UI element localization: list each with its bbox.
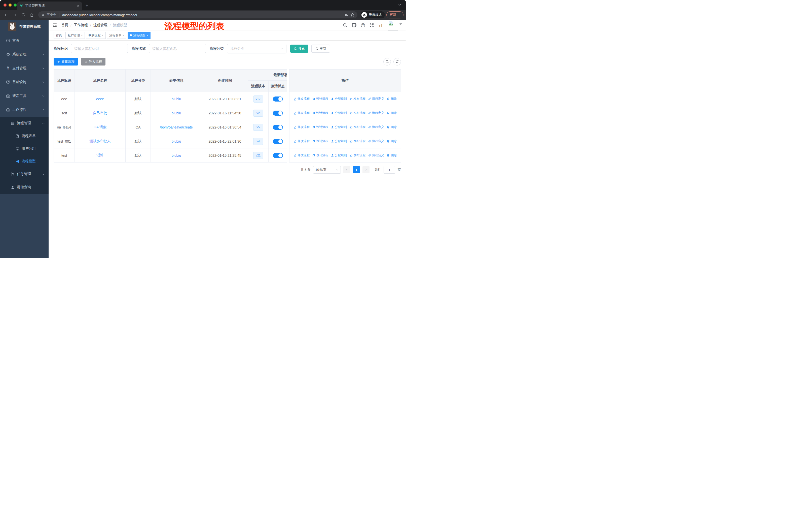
hamburger-icon[interactable] bbox=[53, 23, 57, 27]
tag-close-icon[interactable]: × bbox=[81, 34, 83, 37]
sidebar-item-user-group[interactable]: 用户分组 bbox=[0, 142, 49, 155]
tag-process-model[interactable]: 流程模型× bbox=[127, 32, 150, 39]
font-size-icon[interactable] bbox=[378, 23, 383, 27]
action-thumb[interactable]: 发布流程 bbox=[349, 97, 366, 101]
active-toggle[interactable] bbox=[273, 139, 283, 144]
process-name-link[interactable]: 自己审批 bbox=[93, 111, 107, 115]
process-name-input[interactable] bbox=[149, 44, 206, 53]
browser-tab[interactable]: 芋道管理系统 bbox=[17, 1, 82, 10]
refresh-table-button[interactable] bbox=[394, 58, 401, 65]
action-trash[interactable]: 删除 bbox=[387, 125, 397, 129]
sidebar-item-system[interactable]: 系统管理 bbox=[0, 47, 49, 61]
breadcrumb-item[interactable]: 工作流程 bbox=[74, 23, 88, 27]
address-bar[interactable]: 不安全 dashboard.yudao.iocoder.cn/bpm/manag… bbox=[38, 11, 357, 19]
bookmark-star-icon[interactable] bbox=[350, 13, 354, 17]
action-user-solid[interactable]: 分配规则 bbox=[331, 97, 347, 101]
forward-button[interactable] bbox=[11, 11, 18, 19]
current-page[interactable]: 1 bbox=[353, 166, 360, 173]
sidebar-item-task-management[interactable]: 任务管理 bbox=[0, 167, 49, 181]
action-thumb[interactable]: 发布流程 bbox=[349, 111, 366, 115]
sidebar-item-process-form[interactable]: 流程表单 bbox=[0, 130, 49, 142]
action-trash[interactable]: 删除 bbox=[387, 153, 397, 158]
password-key-icon[interactable] bbox=[345, 13, 349, 17]
help-icon[interactable] bbox=[361, 23, 365, 27]
form-info-link[interactable]: biubiu bbox=[172, 154, 181, 158]
tag-home[interactable]: 首页 bbox=[54, 32, 64, 39]
active-toggle[interactable] bbox=[273, 153, 283, 158]
chrome-menu-icon[interactable]: ⋮ bbox=[398, 13, 401, 16]
action-pen[interactable]: 修改流程 bbox=[293, 153, 310, 158]
reload-button[interactable] bbox=[20, 11, 27, 19]
form-info-link[interactable]: /bpm/oa/leave/create bbox=[160, 125, 193, 129]
chrome-update-button[interactable]: 更新 ⋮ bbox=[386, 11, 404, 19]
page-size-select[interactable]: 10条/页 bbox=[313, 166, 341, 173]
prev-page-button[interactable] bbox=[343, 166, 350, 173]
action-design-gear[interactable]: 设计流程 bbox=[312, 111, 328, 115]
action-paperclip[interactable]: 流程定义 bbox=[368, 111, 384, 115]
action-thumb[interactable]: 发布流程 bbox=[349, 153, 366, 158]
sidebar-item-workflow[interactable]: 工作流程 bbox=[0, 103, 49, 117]
active-toggle[interactable] bbox=[273, 111, 283, 116]
process-name-link[interactable]: OA 请假 bbox=[94, 125, 107, 130]
active-toggle[interactable] bbox=[273, 125, 283, 130]
sidebar-item-infrastructure[interactable]: 基础设施 bbox=[0, 75, 49, 89]
sidebar-logo[interactable]: 芋道管理系统 bbox=[0, 20, 49, 33]
action-user-solid[interactable]: 分配规则 bbox=[331, 139, 347, 143]
action-trash[interactable]: 删除 bbox=[387, 111, 397, 115]
sidebar-item-home[interactable]: 首页 bbox=[0, 33, 49, 47]
import-process-button[interactable]: 导入流程 bbox=[81, 58, 106, 65]
action-trash[interactable]: 删除 bbox=[387, 139, 397, 143]
action-user-solid[interactable]: 分配规则 bbox=[331, 111, 347, 115]
tag-process-form[interactable]: 流程表单× bbox=[107, 32, 126, 39]
action-thumb[interactable]: 发布流程 bbox=[349, 125, 366, 129]
action-thumb[interactable]: 发布流程 bbox=[349, 139, 366, 143]
goto-page-input[interactable] bbox=[384, 166, 395, 173]
breadcrumb-item[interactable]: 流程管理 bbox=[93, 23, 108, 27]
sidebar-item-process-model[interactable]: 流程模型 bbox=[0, 155, 49, 167]
form-info-link[interactable]: biubiu bbox=[172, 139, 181, 143]
search-icon[interactable] bbox=[343, 23, 347, 27]
tag-tenant[interactable]: 租户管理× bbox=[65, 32, 85, 39]
window-zoom-button[interactable] bbox=[13, 3, 17, 6]
sidebar-item-process-management[interactable]: 流程管理 bbox=[0, 117, 49, 130]
process-name-link[interactable]: 测试多审批人 bbox=[90, 139, 111, 144]
toggle-search-button[interactable] bbox=[383, 58, 391, 65]
action-design-gear[interactable]: 设计流程 bbox=[312, 97, 328, 101]
process-name-link[interactable]: 滔博 bbox=[97, 153, 104, 158]
new-tab-button[interactable]: + bbox=[86, 3, 88, 8]
process-name-link[interactable]: eeee bbox=[96, 97, 104, 101]
action-design-gear[interactable]: 设计流程 bbox=[312, 153, 328, 158]
tag-close-icon[interactable]: × bbox=[146, 34, 148, 37]
fullscreen-icon[interactable] bbox=[370, 23, 374, 27]
search-button[interactable]: 搜索 bbox=[290, 45, 308, 53]
action-user-solid[interactable]: 分配规则 bbox=[331, 153, 347, 158]
tag-my-process[interactable]: 我的流程× bbox=[86, 32, 106, 39]
window-minimize-button[interactable] bbox=[8, 3, 11, 6]
action-trash[interactable]: 删除 bbox=[387, 97, 397, 101]
sidebar-item-payment[interactable]: ¥ 支付管理 bbox=[0, 61, 49, 75]
form-info-link[interactable]: biubiu bbox=[172, 97, 181, 101]
breadcrumb-item[interactable]: 首页 bbox=[61, 23, 68, 27]
tag-close-icon[interactable]: × bbox=[102, 34, 103, 37]
process-category-select[interactable]: 流程分类 bbox=[227, 44, 286, 53]
form-info-link[interactable]: biubiu bbox=[172, 111, 181, 115]
window-close-button[interactable] bbox=[3, 3, 6, 6]
reset-button[interactable]: 重置 bbox=[311, 45, 330, 53]
action-paperclip[interactable]: 流程定义 bbox=[368, 139, 384, 143]
tag-close-icon[interactable]: × bbox=[123, 34, 124, 37]
sidebar-item-devtools[interactable]: 研发工具 bbox=[0, 89, 49, 103]
action-user-solid[interactable]: 分配规则 bbox=[331, 125, 347, 129]
create-process-button[interactable]: 新建流程 bbox=[54, 58, 78, 65]
action-pen[interactable]: 修改流程 bbox=[293, 125, 310, 129]
tab-close-icon[interactable] bbox=[77, 4, 80, 7]
home-button[interactable] bbox=[28, 11, 35, 19]
process-id-input[interactable] bbox=[71, 44, 128, 53]
action-design-gear[interactable]: 设计流程 bbox=[312, 125, 328, 129]
active-toggle[interactable] bbox=[273, 97, 283, 102]
action-paperclip[interactable]: 流程定义 bbox=[368, 125, 384, 129]
action-paperclip[interactable]: 流程定义 bbox=[368, 153, 384, 158]
next-page-button[interactable] bbox=[362, 166, 370, 173]
user-menu[interactable] bbox=[388, 20, 402, 30]
back-button[interactable] bbox=[2, 11, 9, 19]
action-paperclip[interactable]: 流程定义 bbox=[368, 97, 384, 101]
